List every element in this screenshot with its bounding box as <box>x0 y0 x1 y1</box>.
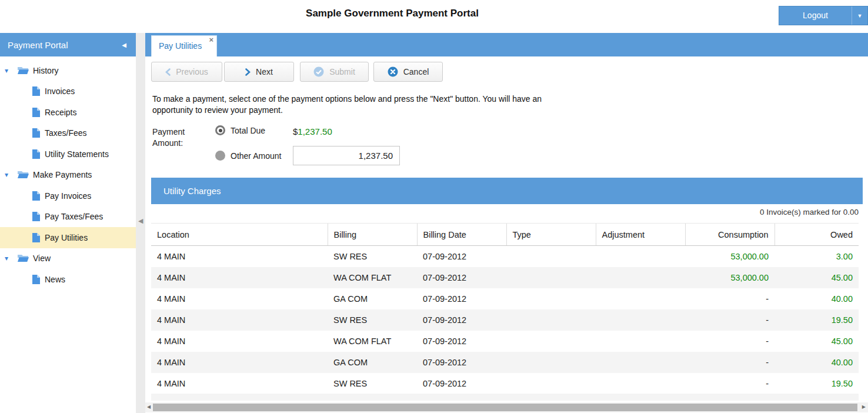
tab-bar: Pay Utilities × <box>145 33 868 56</box>
total-due-radio[interactable] <box>215 125 225 135</box>
scrollbar-thumb[interactable] <box>153 404 857 411</box>
cell-billing-date: 07-09-2012 <box>417 267 506 288</box>
expander-caret-icon[interactable]: ▾ <box>5 171 14 179</box>
table-row[interactable]: 4 MAIN GA COM 07-09-2012 - 40.00 <box>151 352 859 373</box>
sidebar-item-history[interactable]: ▾ History <box>0 60 136 81</box>
logout-dropdown-button[interactable]: ▼ <box>852 6 867 25</box>
document-icon <box>32 128 40 138</box>
splitter-collapse-icon[interactable]: ◀ <box>138 217 143 225</box>
sidebar-item-label: Utility Statements <box>45 149 109 159</box>
sidebar-item-label: Pay Invoices <box>45 191 91 201</box>
column-header-billing-date[interactable]: Billing Date <box>417 224 506 246</box>
sidebar: Payment Portal ◀ ▾ History Invoices Rece… <box>0 33 136 413</box>
other-amount-radio[interactable] <box>215 151 225 161</box>
table-row[interactable]: 4 MAIN WA COM FLAT 07-09-2012 - 45.00 <box>151 331 859 352</box>
table-row[interactable]: 4 MAIN SW RES 07-09-2012 - 19.50 <box>151 309 859 331</box>
partially-visible-row <box>151 394 859 401</box>
total-due-value: 1,237.50 <box>298 126 332 136</box>
other-amount-input[interactable] <box>293 146 400 165</box>
column-header-billing[interactable]: Billing <box>328 224 417 246</box>
tab-label: Pay Utilities <box>159 41 202 51</box>
other-amount-label: Other Amount <box>231 151 281 161</box>
instructions-text: To make a payment, select one of the pay… <box>152 94 584 116</box>
cell-location: 4 MAIN <box>151 288 328 309</box>
scroll-left-icon[interactable]: ◀ <box>147 404 151 409</box>
cell-adjustment <box>596 246 685 267</box>
expander-caret-icon[interactable]: ▾ <box>5 66 14 75</box>
cell-owed: 40.00 <box>774 352 859 373</box>
cell-billing-date: 07-09-2012 <box>417 373 506 394</box>
tab-close-icon[interactable]: × <box>209 36 213 44</box>
sidebar-header: Payment Portal ◀ <box>0 33 136 56</box>
document-icon <box>32 275 40 284</box>
sidebar-item-news[interactable]: News <box>0 269 136 290</box>
tab-pay-utilities[interactable]: Pay Utilities × <box>151 35 217 56</box>
payment-amount-label: Payment Amount: <box>152 126 201 149</box>
cell-type <box>506 246 596 267</box>
check-circle-icon <box>313 66 324 77</box>
cell-billing: SW RES <box>328 373 417 394</box>
cancel-label: Cancel <box>403 67 429 76</box>
document-icon <box>32 149 40 159</box>
cell-billing-date: 07-09-2012 <box>417 309 506 331</box>
sidebar-item-utility-statements[interactable]: Utility Statements <box>0 144 136 165</box>
sidebar-item-label: Make Payments <box>33 170 92 179</box>
document-icon <box>32 108 40 117</box>
cell-location: 4 MAIN <box>151 267 328 288</box>
horizontal-scrollbar[interactable]: ◀ ▶ <box>145 402 868 412</box>
nav-tree: ▾ History Invoices Receipts Taxes/Fees U… <box>0 56 136 290</box>
cell-owed: 19.50 <box>774 373 859 394</box>
cell-billing: GA COM <box>328 288 417 309</box>
folder-icon <box>18 66 29 75</box>
top-header: Sample Government Payment Portal Logout … <box>0 0 868 33</box>
column-header-consumption[interactable]: Consumption <box>685 224 774 246</box>
total-due-option[interactable]: Total Due <box>215 125 265 135</box>
cell-billing: SW RES <box>328 309 417 331</box>
cell-adjustment <box>596 288 685 309</box>
sidebar-item-view[interactable]: ▾ View <box>0 248 136 269</box>
total-due-label: Total Due <box>231 126 265 135</box>
cell-location: 4 MAIN <box>151 373 328 394</box>
cell-location: 4 MAIN <box>151 331 328 352</box>
cell-type <box>506 309 596 331</box>
scroll-right-icon[interactable]: ▶ <box>862 404 866 409</box>
sidebar-item-pay-taxes-fees[interactable]: Pay Taxes/Fees <box>0 206 136 228</box>
column-header-location[interactable]: Location <box>151 224 328 246</box>
sidebar-item-invoices[interactable]: Invoices <box>0 81 136 102</box>
logout-label: Logout <box>779 6 852 25</box>
sidebar-item-receipts[interactable]: Receipts <box>0 102 136 123</box>
sidebar-title: Payment Portal <box>8 40 68 50</box>
logout-button[interactable]: Logout ▼ <box>779 6 868 25</box>
cell-type <box>506 373 596 394</box>
previous-button[interactable]: Previous <box>151 62 222 82</box>
column-header-adjustment[interactable]: Adjustment <box>596 224 685 246</box>
sidebar-splitter[interactable]: ◀ <box>136 33 145 413</box>
sidebar-item-pay-invoices[interactable]: Pay Invoices <box>0 185 136 206</box>
cancel-button[interactable]: Cancel <box>373 62 443 82</box>
table-row[interactable]: 4 MAIN SW RES 07-09-2012 53,000.00 3.00 <box>151 246 859 267</box>
column-header-type[interactable]: Type <box>506 224 596 246</box>
sidebar-item-label: Receipts <box>45 108 76 117</box>
column-header-owed[interactable]: Owed <box>774 224 859 246</box>
app-window: Sample Government Payment Portal Logout … <box>0 0 868 413</box>
cell-consumption: - <box>685 288 774 309</box>
cell-consumption: - <box>685 373 774 394</box>
folder-icon <box>18 171 29 179</box>
sidebar-item-taxes-fees[interactable]: Taxes/Fees <box>0 123 136 144</box>
table-row[interactable]: 4 MAIN SW RES 07-09-2012 - 19.50 <box>151 373 859 394</box>
next-button[interactable]: Next <box>224 62 294 82</box>
submit-button[interactable]: Submit <box>300 62 369 82</box>
cell-location: 4 MAIN <box>151 246 328 267</box>
sidebar-item-label: Pay Taxes/Fees <box>45 212 103 221</box>
document-icon <box>32 233 40 242</box>
chevron-right-icon <box>245 68 251 76</box>
other-amount-option[interactable]: Other Amount <box>215 151 281 161</box>
cell-owed: 3.00 <box>774 246 859 267</box>
document-icon <box>32 212 40 221</box>
sidebar-item-pay-utilities[interactable]: Pay Utilities <box>0 227 136 248</box>
sidebar-item-make-payments[interactable]: ▾ Make Payments <box>0 165 136 186</box>
table-row[interactable]: 4 MAIN WA COM FLAT 07-09-2012 53,000.00 … <box>151 267 859 288</box>
expander-caret-icon[interactable]: ▾ <box>5 254 14 262</box>
sidebar-collapse-icon[interactable]: ◀ <box>122 42 126 48</box>
table-row[interactable]: 4 MAIN GA COM 07-09-2012 - 40.00 <box>151 288 859 309</box>
